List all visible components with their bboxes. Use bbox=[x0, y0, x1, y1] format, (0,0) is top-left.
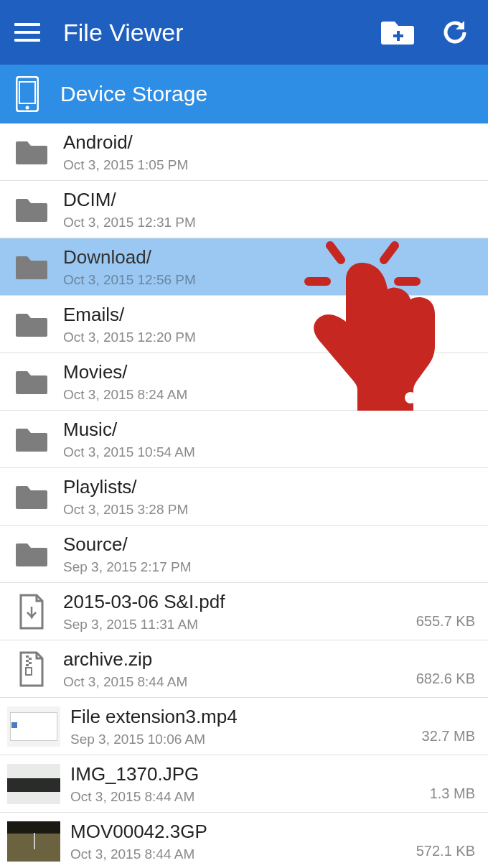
breadcrumb-label: Device Storage bbox=[60, 82, 207, 106]
svg-point-4 bbox=[26, 106, 29, 110]
item-date: Sep 3, 2015 2:17 PM bbox=[63, 559, 475, 575]
list-item[interactable]: ▾ 2015-03-06 S&I.pdf Sep 3, 2015 11:31 A… bbox=[0, 583, 488, 640]
list-item[interactable]: File extension3.mp4 Sep 3, 2015 10:06 AM… bbox=[0, 698, 488, 755]
folder-icon bbox=[10, 484, 53, 510]
item-date: Oct 3, 2015 8:44 AM bbox=[70, 789, 424, 805]
item-name: 2015-03-06 S&I.pdf bbox=[63, 590, 410, 614]
list-item[interactable]: IMG_1370.JPG Oct 3, 2015 8:44 AM 1.3 MB bbox=[0, 755, 488, 813]
folder-icon bbox=[10, 312, 53, 337]
item-date: Oct 3, 2015 10:54 AM bbox=[63, 444, 475, 460]
item-size: 1.3 MB bbox=[424, 785, 475, 802]
svg-rect-10 bbox=[26, 664, 29, 666]
item-size: 682.6 KB bbox=[410, 671, 475, 687]
item-date: Sep 3, 2015 10:06 AM bbox=[70, 732, 416, 747]
new-folder-icon[interactable] bbox=[380, 19, 415, 46]
app-bar: File Viewer bbox=[0, 0, 488, 65]
item-name: Download/ bbox=[63, 246, 475, 269]
item-name: IMG_1370.JPG bbox=[70, 762, 424, 786]
svg-rect-3 bbox=[19, 82, 35, 103]
zip-file-icon bbox=[10, 651, 53, 687]
list-item[interactable]: Emails/ Oct 3, 2015 12:20 PM bbox=[0, 296, 488, 353]
menu-icon[interactable] bbox=[14, 18, 43, 47]
folder-icon bbox=[10, 426, 53, 452]
list-item[interactable]: Download/ Oct 3, 2015 12:56 PM bbox=[0, 238, 488, 296]
item-date: Oct 3, 2015 3:28 PM bbox=[63, 502, 475, 518]
folder-icon bbox=[10, 254, 53, 280]
item-date: Oct 3, 2015 1:05 PM bbox=[63, 157, 475, 173]
item-name: DCIM/ bbox=[63, 188, 475, 212]
item-date: Oct 3, 2015 8:44 AM bbox=[63, 674, 410, 690]
item-date: Oct 3, 2015 12:56 PM bbox=[63, 272, 475, 288]
device-storage-icon bbox=[16, 76, 39, 112]
breadcrumb[interactable]: Device Storage bbox=[0, 65, 488, 123]
folder-icon bbox=[10, 139, 53, 165]
folder-icon bbox=[10, 197, 53, 223]
refresh-icon[interactable] bbox=[441, 18, 469, 47]
app-title: File Viewer bbox=[63, 19, 380, 47]
item-name: File extension3.mp4 bbox=[70, 705, 416, 729]
item-name: archive.zip bbox=[63, 648, 410, 671]
pdf-file-icon: ▾ bbox=[10, 594, 53, 630]
svg-rect-1 bbox=[393, 34, 403, 37]
list-item[interactable]: archive.zip Oct 3, 2015 8:44 AM 682.6 KB bbox=[0, 640, 488, 698]
item-name: Playlists/ bbox=[63, 475, 475, 499]
item-name: Source/ bbox=[63, 533, 475, 556]
list-item[interactable]: DCIM/ Oct 3, 2015 12:31 PM bbox=[0, 181, 488, 238]
item-date: Sep 3, 2015 11:31 AM bbox=[63, 617, 410, 633]
item-name: Android/ bbox=[63, 131, 475, 154]
item-date: Oct 3, 2015 8:24 AM bbox=[63, 387, 475, 403]
item-date: Oct 3, 2015 12:20 PM bbox=[63, 330, 475, 345]
video-thumbnail bbox=[7, 706, 60, 747]
image-thumbnail bbox=[7, 764, 60, 804]
item-name: Movies/ bbox=[63, 360, 475, 384]
folder-icon bbox=[10, 369, 53, 395]
svg-rect-8 bbox=[26, 660, 29, 662]
svg-rect-6 bbox=[26, 655, 29, 658]
list-item[interactable]: MOV00042.3GP Oct 3, 2015 8:44 AM 572.1 K… bbox=[0, 813, 488, 868]
list-item[interactable]: Android/ Oct 3, 2015 1:05 PM bbox=[0, 123, 488, 181]
list-item[interactable]: Movies/ Oct 3, 2015 8:24 AM bbox=[0, 353, 488, 411]
svg-rect-11 bbox=[26, 668, 32, 675]
item-date: Oct 3, 2015 8:44 AM bbox=[70, 846, 410, 862]
item-size: 32.7 MB bbox=[416, 728, 475, 745]
item-size: 572.1 KB bbox=[410, 843, 475, 859]
item-name: MOV00042.3GP bbox=[70, 820, 410, 844]
item-date: Oct 3, 2015 12:31 PM bbox=[63, 215, 475, 230]
folder-icon bbox=[10, 541, 53, 567]
video-thumbnail bbox=[7, 821, 60, 862]
list-item[interactable]: Playlists/ Oct 3, 2015 3:28 PM bbox=[0, 468, 488, 526]
item-name: Music/ bbox=[63, 418, 475, 442]
list-item[interactable]: Music/ Oct 3, 2015 10:54 AM bbox=[0, 411, 488, 468]
item-size: 655.7 KB bbox=[410, 613, 475, 630]
item-name: Emails/ bbox=[63, 303, 475, 327]
file-list: Android/ Oct 3, 2015 1:05 PM DCIM/ Oct 3… bbox=[0, 123, 488, 868]
svg-rect-9 bbox=[29, 662, 32, 664]
list-item[interactable]: Source/ Sep 3, 2015 2:17 PM bbox=[0, 526, 488, 583]
svg-rect-7 bbox=[29, 658, 32, 660]
